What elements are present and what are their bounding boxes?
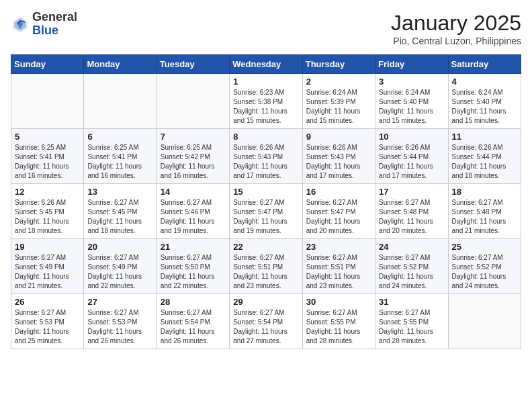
calendar-cell: 6Sunrise: 6:25 AMSunset: 5:41 PMDaylight… (84, 129, 157, 184)
day-number: 17 (379, 187, 444, 197)
day-info: Sunrise: 6:27 AMSunset: 5:48 PMDaylight:… (379, 198, 444, 236)
calendar-cell: 29Sunrise: 6:27 AMSunset: 5:54 PMDayligh… (230, 294, 302, 349)
day-number: 28 (161, 297, 226, 307)
calendar-cell: 3Sunrise: 6:24 AMSunset: 5:40 PMDaylight… (375, 74, 448, 129)
day-info: Sunrise: 6:27 AMSunset: 5:53 PMDaylight:… (87, 308, 152, 346)
calendar-cell: 12Sunrise: 6:26 AMSunset: 5:45 PMDayligh… (11, 184, 84, 239)
calendar-table: SundayMondayTuesdayWednesdayThursdayFrid… (11, 54, 521, 349)
day-info: Sunrise: 6:26 AMSunset: 5:43 PMDaylight:… (233, 143, 298, 181)
calendar-week-row: 19Sunrise: 6:27 AMSunset: 5:49 PMDayligh… (11, 239, 521, 294)
day-number: 30 (306, 297, 371, 307)
calendar-cell: 4Sunrise: 6:24 AMSunset: 5:40 PMDaylight… (448, 74, 521, 129)
calendar-week-row: 26Sunrise: 6:27 AMSunset: 5:53 PMDayligh… (11, 294, 521, 349)
day-number: 19 (15, 242, 80, 252)
logo-icon (11, 15, 30, 34)
day-of-week-header: Tuesday (157, 55, 229, 74)
day-number: 7 (161, 132, 226, 142)
day-info: Sunrise: 6:24 AMSunset: 5:40 PMDaylight:… (379, 88, 444, 126)
day-info: Sunrise: 6:27 AMSunset: 5:51 PMDaylight:… (233, 253, 298, 291)
calendar-week-row: 5Sunrise: 6:25 AMSunset: 5:41 PMDaylight… (11, 129, 521, 184)
calendar-cell: 22Sunrise: 6:27 AMSunset: 5:51 PMDayligh… (230, 239, 302, 294)
day-number: 8 (233, 132, 298, 142)
day-number: 11 (452, 132, 517, 142)
day-number: 25 (452, 242, 517, 252)
day-number: 23 (306, 242, 371, 252)
day-number: 10 (379, 132, 444, 142)
day-info: Sunrise: 6:27 AMSunset: 5:52 PMDaylight:… (379, 253, 444, 291)
day-number: 27 (87, 297, 152, 307)
day-info: Sunrise: 6:25 AMSunset: 5:41 PMDaylight:… (87, 143, 152, 181)
day-number: 22 (233, 242, 298, 252)
day-info: Sunrise: 6:26 AMSunset: 5:44 PMDaylight:… (379, 143, 444, 181)
calendar-cell (448, 294, 521, 349)
calendar-cell (84, 74, 157, 129)
logo-blue-text: Blue (32, 24, 58, 37)
day-info: Sunrise: 6:24 AMSunset: 5:39 PMDaylight:… (306, 88, 371, 126)
day-number: 20 (87, 242, 152, 252)
calendar-cell: 25Sunrise: 6:27 AMSunset: 5:52 PMDayligh… (448, 239, 521, 294)
day-number: 29 (233, 297, 298, 307)
day-number: 14 (161, 187, 226, 197)
calendar-cell: 24Sunrise: 6:27 AMSunset: 5:52 PMDayligh… (375, 239, 448, 294)
calendar-cell: 16Sunrise: 6:27 AMSunset: 5:47 PMDayligh… (302, 184, 375, 239)
day-info: Sunrise: 6:27 AMSunset: 5:52 PMDaylight:… (452, 253, 517, 291)
calendar-cell: 21Sunrise: 6:27 AMSunset: 5:50 PMDayligh… (157, 239, 229, 294)
calendar-cell: 19Sunrise: 6:27 AMSunset: 5:49 PMDayligh… (11, 239, 84, 294)
calendar-body: 1Sunrise: 6:23 AMSunset: 5:38 PMDaylight… (11, 74, 521, 349)
day-info: Sunrise: 6:27 AMSunset: 5:55 PMDaylight:… (379, 308, 444, 346)
day-info: Sunrise: 6:25 AMSunset: 5:42 PMDaylight:… (161, 143, 226, 181)
day-number: 6 (87, 132, 152, 142)
day-info: Sunrise: 6:27 AMSunset: 5:49 PMDaylight:… (15, 253, 80, 291)
calendar-cell: 20Sunrise: 6:27 AMSunset: 5:49 PMDayligh… (84, 239, 157, 294)
day-of-week-header: Thursday (302, 55, 375, 74)
day-of-week-header: Monday (84, 55, 157, 74)
calendar-week-row: 1Sunrise: 6:23 AMSunset: 5:38 PMDaylight… (11, 74, 521, 129)
day-info: Sunrise: 6:26 AMSunset: 5:44 PMDaylight:… (452, 143, 517, 181)
title-block: January 2025 Pio, Central Luzon, Philipp… (391, 11, 521, 46)
month-title: January 2025 (391, 11, 521, 36)
calendar-cell: 1Sunrise: 6:23 AMSunset: 5:38 PMDaylight… (230, 74, 302, 129)
calendar-cell (11, 74, 84, 129)
day-number: 4 (452, 77, 517, 87)
calendar-cell: 14Sunrise: 6:27 AMSunset: 5:46 PMDayligh… (157, 184, 229, 239)
day-info: Sunrise: 6:27 AMSunset: 5:54 PMDaylight:… (233, 308, 298, 346)
page-header: General Blue January 2025 Pio, Central L… (11, 11, 521, 46)
calendar-cell: 17Sunrise: 6:27 AMSunset: 5:48 PMDayligh… (375, 184, 448, 239)
day-of-week-header: Friday (375, 55, 448, 74)
calendar-cell: 18Sunrise: 6:27 AMSunset: 5:48 PMDayligh… (448, 184, 521, 239)
day-info: Sunrise: 6:27 AMSunset: 5:47 PMDaylight:… (306, 198, 371, 236)
day-info: Sunrise: 6:23 AMSunset: 5:38 PMDaylight:… (233, 88, 298, 126)
location: Pio, Central Luzon, Philippines (391, 36, 521, 46)
day-info: Sunrise: 6:27 AMSunset: 5:50 PMDaylight:… (161, 253, 226, 291)
day-number: 13 (87, 187, 152, 197)
day-info: Sunrise: 6:27 AMSunset: 5:47 PMDaylight:… (233, 198, 298, 236)
day-info: Sunrise: 6:24 AMSunset: 5:40 PMDaylight:… (452, 88, 517, 126)
day-info: Sunrise: 6:25 AMSunset: 5:41 PMDaylight:… (15, 143, 80, 181)
calendar-cell: 2Sunrise: 6:24 AMSunset: 5:39 PMDaylight… (302, 74, 375, 129)
calendar-cell: 11Sunrise: 6:26 AMSunset: 5:44 PMDayligh… (448, 129, 521, 184)
day-number: 21 (161, 242, 226, 252)
calendar-cell (157, 74, 229, 129)
day-number: 2 (306, 77, 371, 87)
logo-general-text: General (32, 10, 77, 24)
day-info: Sunrise: 6:27 AMSunset: 5:54 PMDaylight:… (161, 308, 226, 346)
day-of-week-header: Wednesday (230, 55, 302, 74)
day-info: Sunrise: 6:27 AMSunset: 5:53 PMDaylight:… (15, 308, 80, 346)
calendar-cell: 15Sunrise: 6:27 AMSunset: 5:47 PMDayligh… (230, 184, 302, 239)
day-info: Sunrise: 6:27 AMSunset: 5:46 PMDaylight:… (161, 198, 226, 236)
calendar-cell: 23Sunrise: 6:27 AMSunset: 5:51 PMDayligh… (302, 239, 375, 294)
day-number: 5 (15, 132, 80, 142)
day-info: Sunrise: 6:27 AMSunset: 5:48 PMDaylight:… (452, 198, 517, 236)
calendar-cell: 31Sunrise: 6:27 AMSunset: 5:55 PMDayligh… (375, 294, 448, 349)
day-number: 26 (15, 297, 80, 307)
day-of-week-header: Saturday (448, 55, 521, 74)
day-number: 15 (233, 187, 298, 197)
day-header-row: SundayMondayTuesdayWednesdayThursdayFrid… (11, 55, 521, 74)
day-info: Sunrise: 6:27 AMSunset: 5:51 PMDaylight:… (306, 253, 371, 291)
calendar-cell: 5Sunrise: 6:25 AMSunset: 5:41 PMDaylight… (11, 129, 84, 184)
calendar-cell: 27Sunrise: 6:27 AMSunset: 5:53 PMDayligh… (84, 294, 157, 349)
calendar-cell: 10Sunrise: 6:26 AMSunset: 5:44 PMDayligh… (375, 129, 448, 184)
day-info: Sunrise: 6:27 AMSunset: 5:55 PMDaylight:… (306, 308, 371, 346)
day-number: 1 (233, 77, 298, 87)
day-number: 16 (306, 187, 371, 197)
